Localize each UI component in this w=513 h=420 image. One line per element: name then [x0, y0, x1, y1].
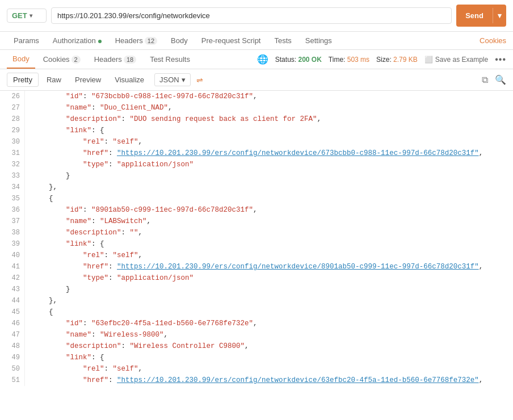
code-token [32, 161, 83, 169]
view-visualize[interactable]: Visualize [109, 73, 150, 86]
code-token: "673bcbb0-c988-11ec-997d-66c78d20c31f" [91, 93, 253, 100]
href-link[interactable]: "https://10.201.230.99/ers/config/networ… [117, 263, 479, 271]
line-number: 39 [7, 238, 20, 250]
code-token: "" [130, 229, 138, 237]
href-link[interactable]: "https://10.201.230.99/ers/config/networ… [117, 376, 479, 384]
tab-prerequest[interactable]: Pre-request Script [195, 32, 268, 49]
code-token: "self" [113, 138, 138, 146]
tab-response-headers[interactable]: Headers18 [89, 51, 142, 68]
filter-icon[interactable]: ⇌ [196, 75, 203, 85]
code-line: "rel": "self", [32, 250, 506, 261]
code-token: : [108, 263, 117, 271]
code-token: "description" [66, 115, 121, 123]
tab-settings[interactable]: Settings [298, 32, 339, 49]
code-line: "type": "application/json" [32, 159, 506, 170]
code-token [32, 365, 83, 373]
code-area: 2627282930313233343536373839404142434445… [0, 91, 513, 386]
code-token: "name" [66, 331, 91, 339]
code-line: "href": "https://10.201.230.99/ers/confi… [32, 148, 506, 159]
code-token: , [253, 320, 258, 327]
code-token: , [138, 138, 143, 146]
method-label: GET [12, 11, 27, 20]
code-line: "rel": "self", [32, 363, 506, 375]
line-number: 44 [7, 295, 20, 306]
code-line: "name": "LABSwitch", [32, 216, 506, 227]
code-content: "id": "673bcbb0-c988-11ec-997d-66c78d20c… [25, 91, 513, 386]
code-token: "id" [66, 206, 83, 214]
code-token: "href" [83, 149, 108, 157]
code-token: : [91, 217, 100, 225]
tab-headers[interactable]: Headers12 [108, 32, 164, 49]
code-token: "name" [66, 104, 91, 112]
code-token: "id" [66, 93, 83, 100]
code-token: "type" [83, 161, 108, 169]
code-token: , [147, 217, 152, 225]
code-token [32, 274, 83, 282]
view-preview[interactable]: Preview [69, 73, 107, 86]
code-token: : [83, 93, 91, 100]
code-token: "8901ab50-c999-11ec-997d-66c78d20c31f" [91, 206, 253, 214]
code-token: { [32, 195, 53, 203]
send-button[interactable]: Send ▾ [456, 5, 506, 27]
send-dropdown-icon[interactable]: ▾ [493, 8, 506, 23]
size-text: Size: 2.79 KB [376, 56, 418, 64]
code-token: : { [91, 354, 104, 362]
code-token: "type" [83, 274, 108, 282]
save-example-button[interactable]: ⬜ Save as Example [424, 56, 488, 64]
line-number: 47 [7, 329, 20, 341]
view-raw[interactable]: Raw [41, 73, 67, 86]
code-token: "name" [66, 217, 91, 225]
tab-params[interactable]: Params [7, 32, 46, 49]
code-line: "name": "Duo_Client_NAD", [32, 102, 506, 114]
code-token: , [479, 376, 483, 384]
line-number: 42 [7, 272, 20, 284]
code-token: : [91, 104, 100, 112]
network-icon: 🌐 [257, 54, 268, 65]
href-link[interactable]: "https://10.201.230.99/ers/config/networ… [117, 149, 479, 157]
view-pretty[interactable]: Pretty [7, 73, 39, 87]
tab-authorization[interactable]: Authorization [46, 32, 108, 49]
response-tabs: Body Cookies2 Headers18 Test Results 🌐 S… [0, 50, 513, 69]
time-text: Time: 503 ms [329, 56, 369, 64]
search-icon[interactable]: 🔍 [495, 74, 506, 85]
code-token: : [83, 320, 91, 327]
url-input[interactable] [51, 7, 452, 24]
method-selector[interactable]: GET ▾ [7, 9, 47, 23]
code-token: , [164, 331, 169, 339]
tab-response-body[interactable]: Body [7, 50, 35, 69]
more-options-button[interactable]: ••• [495, 54, 506, 65]
code-token: "link" [66, 127, 91, 135]
code-line: "link": { [32, 352, 506, 363]
tab-tests[interactable]: Tests [267, 32, 298, 49]
code-token [32, 206, 66, 214]
code-token: : [104, 251, 113, 259]
line-number: 32 [7, 159, 20, 170]
code-token [32, 138, 83, 146]
code-token: "Wireless Controller C9800" [130, 342, 245, 350]
code-token: "href" [83, 376, 108, 384]
code-token: "description" [66, 229, 121, 237]
authorization-dot [98, 40, 102, 43]
code-token [32, 104, 66, 112]
code-line: "href": "https://10.201.230.99/ers/confi… [32, 375, 506, 386]
code-token: , [479, 149, 483, 157]
cookies-link[interactable]: Cookies [480, 36, 506, 45]
code-token: "rel" [83, 365, 104, 373]
code-token: "rel" [83, 138, 104, 146]
code-token [32, 229, 66, 237]
top-bar: GET ▾ Send ▾ [0, 0, 513, 32]
format-selector[interactable]: JSON ▾ [154, 73, 191, 86]
code-token [32, 354, 66, 362]
code-token: : [121, 115, 130, 123]
code-token: } [32, 285, 70, 293]
method-chevron-icon: ▾ [30, 12, 32, 19]
code-token: "application/json" [117, 274, 194, 282]
code-token: } [32, 172, 70, 180]
tab-body[interactable]: Body [164, 32, 195, 49]
format-label: JSON [159, 75, 179, 84]
code-line: "description": "DUO sending request back… [32, 114, 506, 125]
tab-response-cookies[interactable]: Cookies2 [37, 51, 86, 68]
copy-icon[interactable]: ⧉ [482, 75, 488, 85]
tab-test-results[interactable]: Test Results [144, 51, 196, 68]
code-line: "id": "673bcbb0-c988-11ec-997d-66c78d20c… [32, 91, 506, 102]
